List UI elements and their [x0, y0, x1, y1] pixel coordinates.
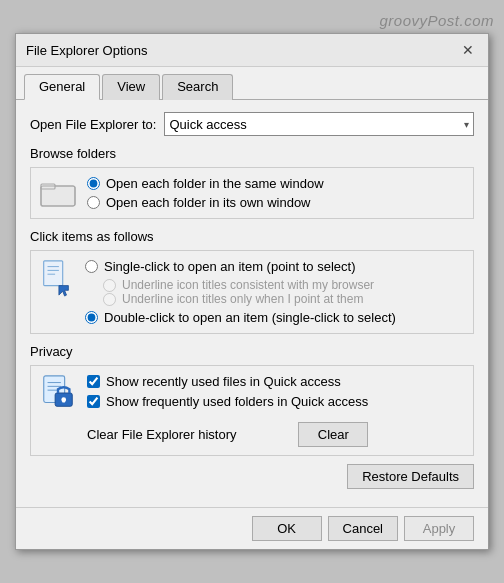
apply-button[interactable]: Apply — [404, 516, 474, 541]
browse-radio-group: Open each folder in the same window Open… — [87, 176, 324, 210]
ok-button[interactable]: OK — [252, 516, 322, 541]
browse-folders-section: Browse folders Open each folder in the s… — [30, 146, 474, 219]
tab-search[interactable]: Search — [162, 74, 233, 100]
click-sub2-row: Underline icon titles only when I point … — [103, 292, 396, 306]
tab-general[interactable]: General — [24, 74, 100, 100]
open-to-dropdown[interactable]: Quick access ▾ — [164, 112, 474, 136]
browse-option2-row[interactable]: Open each folder in its own window — [87, 195, 324, 210]
click-items-box: Single-click to open an item (point to s… — [30, 250, 474, 334]
browse-option1-radio[interactable] — [87, 177, 100, 190]
click-sub1-radio — [103, 279, 116, 292]
open-to-row: Open File Explorer to: Quick access ▾ — [30, 112, 474, 136]
clear-history-row: Clear File Explorer history Clear — [87, 422, 368, 447]
chevron-down-icon: ▾ — [464, 119, 469, 130]
click-sub2-radio — [103, 293, 116, 306]
click-items-label: Click items as follows — [30, 229, 474, 244]
svg-rect-3 — [44, 261, 63, 286]
dialog-title: File Explorer Options — [26, 43, 147, 58]
browse-option2-radio[interactable] — [87, 196, 100, 209]
privacy-label: Privacy — [30, 344, 474, 359]
click-sub1-row: Underline icon titles consistent with my… — [103, 278, 396, 292]
clear-button[interactable]: Clear — [298, 422, 368, 447]
file-explorer-options-dialog: File Explorer Options ✕ General View Sea… — [15, 33, 489, 550]
click-option1-row[interactable]: Single-click to open an item (point to s… — [85, 259, 396, 274]
privacy-check1-checkbox[interactable] — [87, 375, 100, 388]
restore-defaults-button[interactable]: Restore Defaults — [347, 464, 474, 489]
general-tab-content: Open File Explorer to: Quick access ▾ Br… — [16, 100, 488, 507]
close-button[interactable]: ✕ — [458, 40, 478, 60]
browse-option1-row[interactable]: Open each folder in the same window — [87, 176, 324, 191]
click-sub1-label: Underline icon titles consistent with my… — [122, 278, 374, 292]
open-to-value: Quick access — [169, 117, 246, 132]
click-items-section: Click items as follows Single-click to o… — [30, 229, 474, 334]
browse-option2-label: Open each folder in its own window — [106, 195, 311, 210]
browse-folders-label: Browse folders — [30, 146, 474, 161]
click-option2-radio[interactable] — [85, 311, 98, 324]
tab-view[interactable]: View — [102, 74, 160, 100]
privacy-section: Privacy Sho — [30, 344, 474, 489]
browse-folders-box: Open each folder in the same window Open… — [30, 167, 474, 219]
cancel-button[interactable]: Cancel — [328, 516, 398, 541]
open-to-label: Open File Explorer to: — [30, 117, 156, 132]
folder-icon — [39, 176, 77, 208]
click-sub-options: Underline icon titles consistent with my… — [85, 278, 396, 306]
tabs-bar: General View Search — [16, 67, 488, 100]
privacy-check2-row[interactable]: Show frequently used folders in Quick ac… — [87, 394, 368, 409]
privacy-check1-row[interactable]: Show recently used files in Quick access — [87, 374, 368, 389]
privacy-icon — [39, 374, 77, 412]
watermark: groovyPost.com — [379, 12, 494, 29]
dialog-footer: OK Cancel Apply — [16, 507, 488, 549]
click-option2-label: Double-click to open an item (single-cli… — [104, 310, 396, 325]
privacy-check1-label: Show recently used files in Quick access — [106, 374, 341, 389]
click-option2-row[interactable]: Double-click to open an item (single-cli… — [85, 310, 396, 325]
click-radio-group: Single-click to open an item (point to s… — [85, 259, 396, 325]
click-option1-label: Single-click to open an item (point to s… — [104, 259, 355, 274]
clear-history-label: Clear File Explorer history — [87, 427, 237, 442]
cursor-icon — [39, 259, 75, 297]
privacy-check2-checkbox[interactable] — [87, 395, 100, 408]
privacy-check2-label: Show frequently used folders in Quick ac… — [106, 394, 368, 409]
click-sub2-label: Underline icon titles only when I point … — [122, 292, 363, 306]
svg-rect-13 — [62, 400, 65, 403]
privacy-box: Show recently used files in Quick access… — [30, 365, 474, 456]
click-option1-radio[interactable] — [85, 260, 98, 273]
privacy-checkbox-group: Show recently used files in Quick access… — [87, 374, 368, 447]
title-bar: File Explorer Options ✕ — [16, 34, 488, 67]
restore-row: Restore Defaults — [30, 464, 474, 489]
browse-option1-label: Open each folder in the same window — [106, 176, 324, 191]
